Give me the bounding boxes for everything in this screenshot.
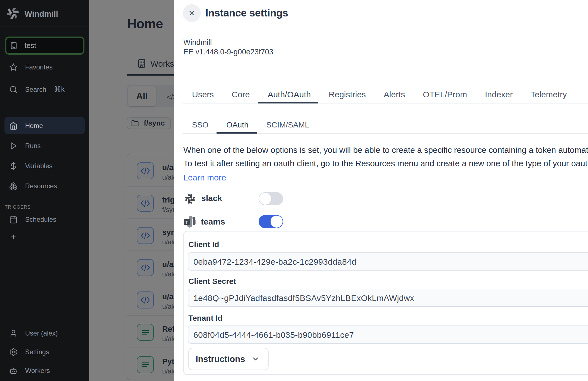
svg-text:T: T — [185, 220, 188, 225]
